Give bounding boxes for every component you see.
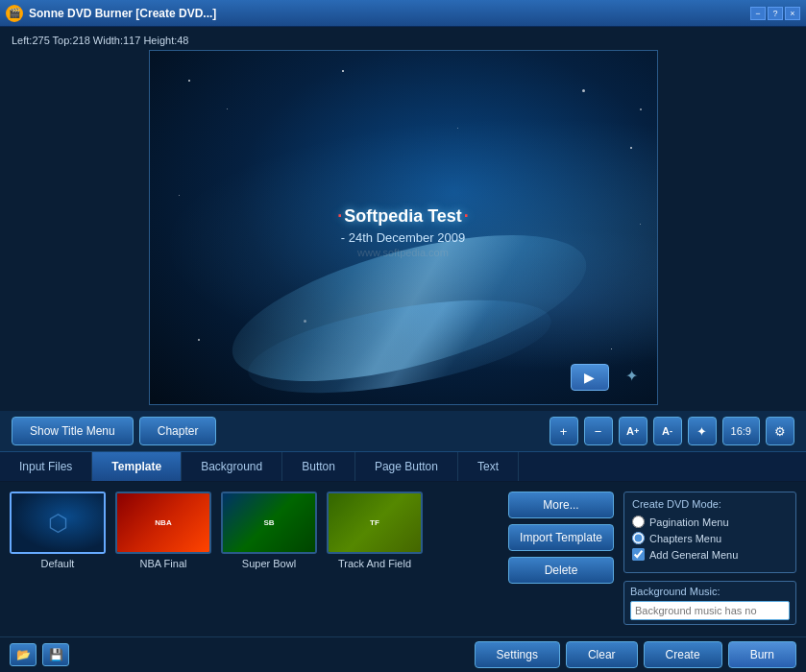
bg-music-label: Background Music: (630, 586, 790, 597)
tab-background[interactable]: Background (182, 452, 282, 481)
preview-section: Left:275 Top:218 Width:117 Height:48 (0, 27, 806, 411)
add-general-menu-checkbox[interactable] (632, 548, 645, 561)
template-item-track[interactable]: TF Track And Field (327, 492, 423, 569)
bottom-panel: ⬡ Default NBA NBA Final SB (0, 482, 806, 636)
clear-button[interactable]: Clear (566, 641, 638, 668)
create-button[interactable]: Create (644, 641, 722, 668)
title-bar: 🎬 Sonne DVD Burner [Create DVD...] − ? × (0, 0, 806, 27)
thumb-nba-bg: NBA (117, 493, 209, 552)
pagination-menu-row: Pagination Menu (632, 516, 788, 528)
template-thumb-default: ⬡ (10, 492, 106, 554)
tab-text[interactable]: Text (458, 452, 519, 481)
right-settings-panel: Create DVD Mode: Pagination Menu Chapter… (623, 492, 796, 627)
preview-play-button[interactable]: ▶ (571, 364, 609, 391)
chapters-menu-radio[interactable] (632, 532, 645, 544)
tab-page-button[interactable]: Page Button (355, 452, 458, 481)
default-icon: ⬡ (48, 510, 68, 537)
thumb-default-bg: ⬡ (12, 493, 104, 552)
preview-toolbar: Show Title Menu Chapter + − A+ A- ✦ 16:9… (0, 411, 806, 451)
tab-input-files[interactable]: Input Files (0, 452, 92, 481)
chapters-menu-row: Chapters Menu (632, 532, 788, 544)
template-label-superbowl: Super Bowl (242, 558, 296, 569)
window-controls: − ? × (750, 7, 800, 20)
action-buttons-panel: More... Import Template Delete (508, 492, 614, 627)
add-general-menu-label: Add General Menu (649, 549, 738, 561)
footer-icon-btn-1[interactable]: 📂 (10, 643, 37, 666)
help-button[interactable]: ? (768, 7, 783, 20)
nba-thumb-text: NBA (155, 518, 171, 527)
pagination-menu-label: Pagination Menu (649, 516, 729, 528)
tab-button[interactable]: Button (282, 452, 355, 481)
settings-button[interactable]: Settings (475, 641, 560, 668)
template-item-default[interactable]: ⬡ Default (10, 492, 106, 569)
main-content: Left:275 Top:218 Width:117 Height:48 (0, 27, 806, 672)
sb-thumb-text: SB (263, 518, 274, 527)
remove-button[interactable]: − (584, 417, 613, 445)
settings-icon-button[interactable]: ⚙ (766, 417, 794, 445)
more-button[interactable]: More... (508, 492, 614, 518)
dvd-mode-title: Create DVD Mode: (632, 498, 788, 510)
burn-button[interactable]: Burn (728, 641, 796, 668)
panel-spacer (432, 492, 499, 627)
template-thumb-nba: NBA (115, 492, 211, 554)
chapters-menu-label: Chapters Menu (649, 533, 721, 544)
preview-subtitle: - 24th December 2009 (337, 230, 469, 245)
template-item-nba[interactable]: NBA NBA Final (115, 492, 211, 569)
show-title-menu-button[interactable]: Show Title Menu (12, 417, 134, 445)
close-button[interactable]: × (785, 7, 800, 20)
bg-music-section: Background Music: (623, 581, 796, 625)
template-thumb-superbowl: SB (221, 492, 317, 554)
footer-bar: 📂 💾 Settings Clear Create Burn (0, 636, 806, 672)
thumb-sb-bg: SB (223, 493, 315, 552)
template-label-default: Default (41, 558, 75, 569)
delete-button[interactable]: Delete (508, 557, 614, 584)
import-template-button[interactable]: Import Template (508, 524, 614, 551)
ratio-button[interactable]: 16:9 (722, 417, 760, 445)
app-icon: 🎬 (6, 5, 23, 22)
add-general-menu-row: Add General Menu (632, 548, 788, 561)
tf-thumb-text: TF (370, 518, 379, 527)
footer-icon-btn-2[interactable]: 💾 (42, 643, 69, 666)
coord-bar: Left:275 Top:218 Width:117 Height:48 (12, 35, 794, 46)
template-label-nba: NBA Final (140, 558, 187, 569)
thumb-tf-bg: TF (329, 493, 421, 552)
chapter-button[interactable]: Chapter (139, 417, 217, 445)
preview-text-area: Softpedia Test - 24th December 2009 (337, 206, 469, 245)
tab-template[interactable]: Template (92, 452, 182, 481)
font-decrease-button[interactable]: A- (653, 417, 682, 445)
effects-button[interactable]: ✦ (688, 417, 717, 445)
template-label-track: Track And Field (338, 558, 411, 569)
preview-canvas: Softpedia Test - 24th December 2009 www.… (149, 50, 658, 405)
pagination-menu-radio[interactable] (632, 516, 645, 528)
font-increase-button[interactable]: A+ (619, 417, 647, 445)
dvd-mode-panel: Create DVD Mode: Pagination Menu Chapter… (623, 492, 796, 573)
template-item-superbowl[interactable]: SB Super Bowl (221, 492, 317, 569)
add-button[interactable]: + (550, 417, 578, 445)
tab-bar: Input Files Template Background Button P… (0, 451, 806, 482)
preview-title: Softpedia Test (337, 206, 469, 227)
minimize-button[interactable]: − (750, 7, 766, 20)
templates-area: ⬡ Default NBA NBA Final SB (10, 492, 423, 627)
template-thumb-track: TF (327, 492, 423, 554)
bg-music-input[interactable] (630, 601, 790, 620)
window-title: Sonne DVD Burner [Create DVD...] (29, 7, 750, 20)
sparkle-icon: ✦ (625, 367, 638, 385)
